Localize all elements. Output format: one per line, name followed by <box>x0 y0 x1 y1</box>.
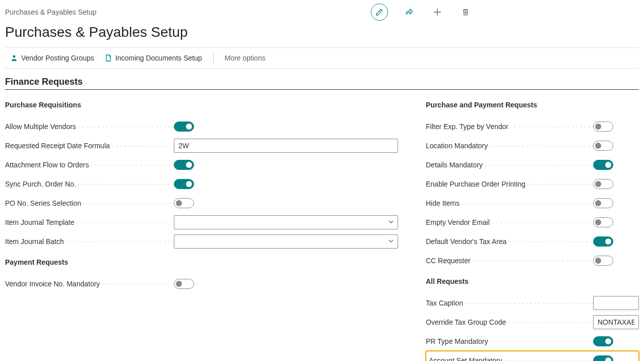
incoming-documents-setup-label: Incoming Documents Setup <box>115 54 202 62</box>
label: Allow Multiple Vendors <box>5 123 76 131</box>
label: Tax Caption <box>426 299 463 307</box>
field-cc-requester: CC Requester <box>426 251 639 270</box>
toggle-filter-exp-type-by-vendor[interactable] <box>593 122 613 132</box>
toggle-location-mandatory[interactable] <box>593 141 613 151</box>
incoming-documents-setup-link[interactable]: Incoming Documents Setup <box>104 54 202 62</box>
toggle-empty-vendor-email[interactable] <box>593 217 613 227</box>
field-attachment-flow-to-orders: Attachment Flow to Orders <box>5 155 403 174</box>
label: Attachment Flow to Orders <box>5 161 89 169</box>
field-vendor-invoice-no-mandatory: Vendor Invoice No. Mandatory <box>5 274 403 293</box>
divider <box>213 53 214 63</box>
label: Item Journal Batch <box>5 237 64 246</box>
input-requested-receipt-date-formula[interactable] <box>174 139 398 153</box>
svg-point-0 <box>13 55 16 58</box>
toggle-hide-items[interactable] <box>593 198 613 208</box>
field-hide-items: Hide Items <box>426 194 639 213</box>
select-item-journal-batch[interactable] <box>174 234 398 249</box>
select-item-journal-template[interactable] <box>174 215 398 229</box>
field-account-set-mandatory: Account Set Mandatory <box>426 351 639 361</box>
more-options-link[interactable]: More options <box>225 54 266 62</box>
toggle-vendor-invoice-no-mandatory[interactable] <box>174 279 194 289</box>
vendor-posting-groups-label: Vendor Posting Groups <box>21 54 94 62</box>
label: Default Vendor's Tax Area <box>426 237 506 246</box>
toggle-enable-po-printing[interactable] <box>593 179 613 189</box>
trash-icon <box>462 8 470 16</box>
new-button[interactable] <box>430 5 444 19</box>
toggle-pr-type-mandatory[interactable] <box>593 336 613 346</box>
toggle-attachment-flow-to-orders[interactable] <box>174 160 194 170</box>
label: Enable Purchase Order Printing <box>426 180 526 188</box>
action-bar: Vendor Posting Groups Incoming Documents… <box>5 48 639 69</box>
plus-icon <box>433 8 442 17</box>
label: CC Requester <box>426 257 471 265</box>
label: Empty Vendor Email <box>426 218 490 226</box>
right-column: Purchase and Payment Requests Filter Exp… <box>426 99 639 361</box>
person-icon <box>10 54 18 62</box>
toggle-cc-requester[interactable] <box>593 256 613 266</box>
document-icon <box>104 54 112 62</box>
field-item-journal-template: Item Journal Template <box>5 213 403 232</box>
subhead-purchase-payment-requests: Purchase and Payment Requests <box>426 101 639 109</box>
left-column: Purchase Requisitions Allow Multiple Ven… <box>5 99 403 361</box>
toggle-details-mandatory[interactable] <box>593 160 613 170</box>
field-details-mandatory: Details Mandatory <box>426 155 639 174</box>
label: PO No. Series Selection <box>5 199 81 207</box>
toggle-default-vendors-tax-area[interactable] <box>593 236 613 247</box>
label: Sync Purch. Order No. <box>5 180 76 188</box>
label: Filter Exp. Type by Vendor <box>426 123 508 131</box>
field-allow-multiple-vendors: Allow Multiple Vendors <box>5 117 403 136</box>
field-requested-receipt-date-formula: Requested Receipt Date Formula <box>5 136 403 155</box>
label: PR Type Mandatory <box>426 337 488 345</box>
field-sync-purch-order-no: Sync Purch. Order No. <box>5 174 403 194</box>
columns: Purchase Requisitions Allow Multiple Ven… <box>5 99 639 361</box>
label: Location Mandatory <box>426 142 488 150</box>
field-override-tax-group-code: Override Tax Group Code <box>426 313 639 332</box>
label: Account Set Mandatory <box>429 356 502 361</box>
breadcrumb: Purchases & Payables Setup <box>5 8 96 16</box>
toggle-allow-multiple-vendors[interactable] <box>174 122 194 132</box>
field-pr-type-mandatory: PR Type Mandatory <box>426 332 639 351</box>
page-title: Purchases & Payables Setup <box>5 24 639 40</box>
delete-button[interactable] <box>459 5 473 19</box>
label: Vendor Invoice No. Mandatory <box>5 280 100 288</box>
label: Hide Items <box>426 199 460 207</box>
edit-button[interactable] <box>371 4 388 21</box>
field-empty-vendor-email: Empty Vendor Email <box>426 213 639 232</box>
top-bar: Purchases & Payables Setup <box>5 4 639 20</box>
subhead-all-requests: All Requests <box>426 277 639 285</box>
section-title: Finance Requests <box>5 77 639 90</box>
input-override-tax-group-code[interactable] <box>593 315 639 329</box>
field-location-mandatory: Location Mandatory <box>426 136 639 155</box>
label: Item Journal Template <box>5 218 74 226</box>
toggle-account-set-mandatory[interactable] <box>593 355 613 361</box>
toggle-po-no-series-selection[interactable] <box>174 198 194 208</box>
subhead-payment-requests: Payment Requests <box>5 258 403 266</box>
share-button[interactable] <box>402 5 416 19</box>
pencil-icon <box>375 8 383 16</box>
label: Details Mandatory <box>426 161 483 169</box>
top-actions <box>371 4 639 21</box>
subhead-purchase-requisitions: Purchase Requisitions <box>5 101 403 109</box>
field-item-journal-batch: Item Journal Batch <box>5 232 403 251</box>
field-default-vendors-tax-area: Default Vendor's Tax Area <box>426 232 639 251</box>
field-enable-po-printing: Enable Purchase Order Printing <box>426 174 639 194</box>
vendor-posting-groups-link[interactable]: Vendor Posting Groups <box>10 54 94 62</box>
input-tax-caption[interactable] <box>593 296 639 310</box>
label: Requested Receipt Date Formula <box>5 142 110 150</box>
field-po-no-series-selection: PO No. Series Selection <box>5 194 403 213</box>
share-icon <box>405 8 414 17</box>
field-filter-exp-type-by-vendor: Filter Exp. Type by Vendor <box>426 117 639 136</box>
toggle-sync-purch-order-no[interactable] <box>174 179 194 189</box>
field-tax-caption: Tax Caption <box>426 293 639 313</box>
label: Override Tax Group Code <box>426 318 506 326</box>
